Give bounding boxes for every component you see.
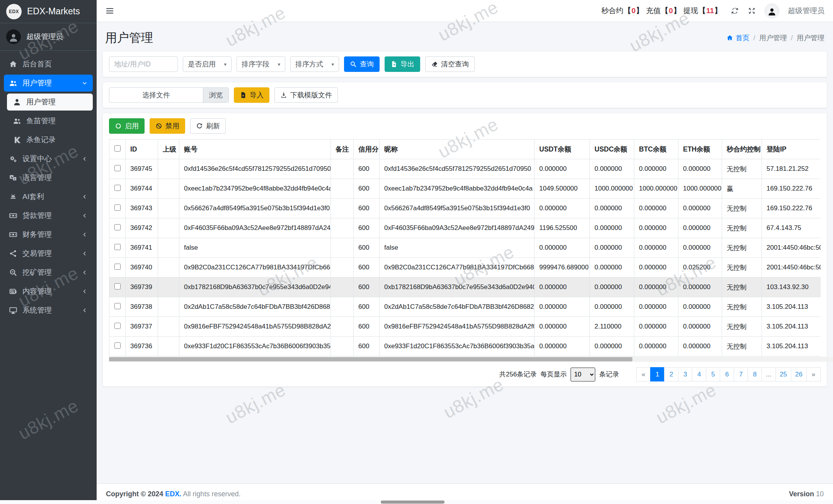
breadcrumb-item[interactable]: 用户管理: [759, 33, 787, 43]
disable-button[interactable]: 禁用: [150, 118, 185, 134]
user-table: ID上级账号备注信用分昵称USDT余额USDC余额BTC余额ETH余额秒合约控制…: [109, 139, 821, 356]
group-icon: [12, 116, 22, 126]
eraser-icon: [431, 61, 438, 68]
page-button-2[interactable]: 2: [664, 367, 678, 381]
sidebar-item-user-management[interactable]: 用户管理: [4, 75, 93, 92]
page-button-3[interactable]: 3: [678, 367, 692, 381]
per-page-select[interactable]: 10: [571, 368, 595, 381]
page-button-7[interactable]: 7: [734, 367, 748, 381]
page-button-1[interactable]: 1: [650, 367, 664, 381]
sidebar-item-finance-management[interactable]: 财务管理: [4, 226, 93, 243]
sidebar-item-loan-management[interactable]: 贷款管理: [4, 207, 93, 224]
row-checkbox[interactable]: [114, 204, 121, 211]
row-checkbox[interactable]: [114, 303, 121, 309]
scrollbar-thumb[interactable]: [109, 357, 632, 361]
stat-badge[interactable]: 秒合约【0】: [601, 6, 644, 16]
page-button-6[interactable]: 6: [720, 367, 734, 381]
sort-order-select[interactable]: 排序方式▾: [290, 56, 339, 72]
stat-badge[interactable]: 充值【0】: [646, 6, 681, 16]
cell-btc-balance: 0.000000: [634, 258, 678, 278]
page-button-8[interactable]: 8: [748, 367, 762, 381]
sidebar-item-dashboard[interactable]: 后台首页: [4, 56, 93, 73]
table-horizontal-scrollbar[interactable]: [109, 357, 833, 362]
browse-button[interactable]: 浏览: [203, 88, 228, 102]
row-checkbox[interactable]: [114, 244, 121, 250]
column-header-nickname: 昵称: [380, 140, 535, 159]
cell-parent: [158, 179, 179, 199]
sort-field-select[interactable]: 排序字段▾: [237, 56, 285, 72]
row-checkbox[interactable]: [114, 165, 121, 171]
content: 用户管理 首页/用户管理/用户管理 是否启用▾排序字段▾排序方式▾ 查询 导出 …: [97, 22, 833, 484]
sidebar-item-content-management[interactable]: 内容管理: [4, 283, 93, 300]
cell-login-ip: 103.143.92.30: [762, 278, 821, 297]
row-checkbox[interactable]: [114, 185, 121, 191]
cell-nickname: 0xb1782168D9bA63637b0c7e955e343d6a0D2e94…: [380, 278, 535, 297]
search-button[interactable]: 查询: [344, 56, 380, 72]
export-button[interactable]: 导出: [385, 56, 420, 72]
cell-credit-score: 600: [354, 297, 380, 317]
import-bar: 选择文件 浏览 导入 下载模版文件: [103, 82, 827, 108]
page-button-26[interactable]: 26: [791, 367, 807, 381]
column-header-note: 备注: [331, 140, 354, 159]
breadcrumb: 首页/用户管理/用户管理: [726, 33, 824, 43]
cell-id: 369737: [126, 317, 158, 337]
cell-eth-balance: 0.000000: [678, 297, 722, 317]
cell-id: 369744: [126, 179, 158, 199]
cell-id: 369745: [126, 159, 158, 179]
user-table-wrap: ID上级账号备注信用分昵称USDT余额USDC余额BTC余额ETH余额秒合约控制…: [109, 139, 821, 356]
row-checkbox[interactable]: [114, 342, 121, 349]
clear-search-button[interactable]: 清空查询: [425, 56, 475, 72]
row-checkbox[interactable]: [114, 283, 121, 289]
main-area: 秒合约【0】充值【0】提现【11】 超级管理员 用户管理 首页/用户管理/用户管…: [97, 0, 833, 504]
footer-brand-link[interactable]: EDX.: [165, 490, 181, 498]
stat-badge[interactable]: 提现【11】: [683, 6, 722, 16]
search-icon: [350, 61, 357, 68]
enabled-filter-select[interactable]: 是否启用▾: [183, 56, 232, 72]
brand[interactable]: EDX EDX-Markets: [0, 0, 97, 23]
topbar-username[interactable]: 超级管理员: [788, 6, 824, 16]
menu-toggle-button[interactable]: [105, 6, 114, 15]
page-title: 用户管理: [105, 30, 153, 46]
sidebar-item-language-management[interactable]: Az语言管理: [4, 169, 93, 186]
page-horizontal-scrollbar[interactable]: [0, 500, 833, 504]
sidebar-item-user-list[interactable]: 用户管理: [7, 94, 93, 111]
enable-button[interactable]: 启用: [109, 118, 145, 134]
sidebar-item-trade-management[interactable]: 交易管理: [4, 245, 93, 262]
sidebar-item-mining-management[interactable]: 挖矿管理: [4, 264, 93, 281]
cell-eth-balance: 0.000000: [678, 278, 722, 297]
page-button-5[interactable]: 5: [706, 367, 720, 381]
version: Version 10: [789, 490, 824, 498]
download-template-button[interactable]: 下载模版文件: [274, 87, 338, 103]
breadcrumb-home-link[interactable]: 首页: [726, 33, 750, 43]
cell-login-ip: 3.105.204.113: [762, 337, 821, 356]
select-all-checkbox[interactable]: [114, 145, 121, 152]
cell-credit-score: 600: [354, 238, 380, 258]
fullscreen-icon[interactable]: [748, 7, 756, 15]
avatar[interactable]: [765, 3, 779, 18]
row-checkbox[interactable]: [114, 264, 121, 270]
refresh-table-button[interactable]: 刷新: [190, 118, 226, 134]
page-button-4[interactable]: 4: [692, 367, 706, 381]
page-scrollbar-thumb[interactable]: [381, 501, 445, 504]
table-row: 3697390xb1782168D9bA63637b0c7e955e343d6a…: [109, 278, 821, 297]
import-button[interactable]: 导入: [234, 87, 269, 103]
cell-parent: [158, 199, 179, 218]
row-checkbox[interactable]: [114, 224, 121, 230]
sidebar-item-fry-management[interactable]: 鱼苗管理: [7, 112, 93, 129]
cell-usdc-balance: 0.000000: [590, 337, 634, 356]
file-input[interactable]: 选择文件 浏览: [109, 87, 229, 103]
sidebar-item-ai-arbitrage[interactable]: AI套利: [4, 188, 93, 205]
row-checkbox[interactable]: [114, 323, 121, 329]
prev-page-button[interactable]: «: [636, 367, 651, 381]
sidebar-item-kill-records[interactable]: 杀鱼记录: [7, 131, 93, 148]
cell-usdc-balance: 0.000000: [590, 159, 634, 179]
cell-usdt-balance: 9999476.689000: [535, 258, 590, 278]
sidebar-item-settings-center[interactable]: 设置中心: [4, 150, 93, 167]
cell-eth-balance: 0.000000: [678, 218, 722, 238]
sidebar-item-system-management[interactable]: 系统管理: [4, 302, 93, 319]
refresh-icon[interactable]: [731, 7, 739, 15]
page-button-25[interactable]: 25: [775, 367, 791, 381]
next-page-button[interactable]: »: [806, 367, 821, 381]
search-input[interactable]: [109, 56, 178, 72]
cell-usdt-balance: 0.000000: [535, 337, 590, 356]
